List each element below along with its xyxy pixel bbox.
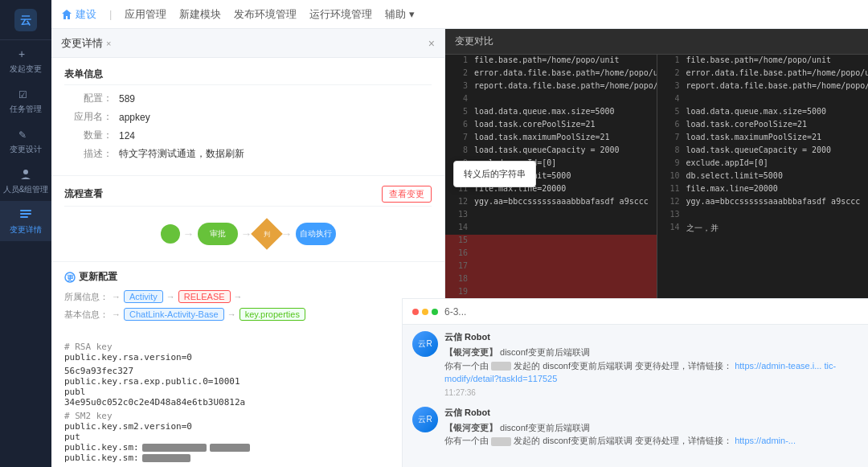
chat-bold-1: 【银河变更】 [444, 347, 497, 357]
key-line-4: publ [64, 387, 432, 397]
close-dot[interactable] [412, 309, 419, 315]
diff-line: 3report.data.file.base.path=/home/popo/u… [657, 80, 869, 93]
tag-chatlink: ChatLink-Activity-Base [124, 308, 224, 321]
diff-line: 19 [445, 286, 657, 299]
flow-arrow: → [183, 227, 194, 240]
line-number: 6 [452, 120, 468, 129]
diff-line: 4 [657, 93, 869, 106]
nav-assist[interactable]: 辅助 ▾ [385, 7, 415, 22]
nav-app-mgmt[interactable]: 应用管理 [125, 7, 166, 22]
line-number: 16 [452, 248, 468, 257]
line-number: 4 [664, 94, 680, 103]
redacted-key-value2 [210, 444, 250, 452]
line-number: 1 [452, 55, 468, 64]
sidebar-item-people[interactable]: 人员&组管理 [0, 161, 51, 201]
minimize-dot[interactable] [422, 309, 428, 315]
chat-content-2: 云信 Robot 【银河变更】 disconf变更前后端联调 你有一个由 发起的… [444, 407, 858, 448]
svg-text:☑: ☑ [18, 89, 27, 100]
form-row-config: 配置： 589 [64, 92, 432, 105]
flow-node-approve: 审批 [198, 223, 238, 245]
chat-time-1: 11:27:36 [444, 388, 858, 397]
diff-line: 8load.task.queueCapacity = 2000 [445, 145, 657, 158]
nav-run-env[interactable]: 运行环境管理 [309, 7, 372, 22]
chat-bold-2: 【银河变更】 [444, 423, 497, 432]
line-content: db.select.limit=5000 [686, 171, 783, 180]
diff-line: 1file.base.path=/home/popo/unit [445, 55, 657, 68]
chat-message-1: 云R 云信 Robot 【银河变更】 disconf变更前后端联调 你有一个由 … [412, 331, 858, 397]
arrow-icon: → [112, 309, 121, 319]
sidebar-label: 发起变更 [10, 63, 42, 75]
line-number: 6 [664, 120, 680, 129]
line-number: 7 [452, 133, 468, 141]
sidebar-item-change-design[interactable]: ✎ 变更设计 [0, 121, 51, 161]
close-button[interactable]: × [428, 37, 435, 50]
chat-avatar-1: 云R [412, 331, 438, 357]
flow-node-execute: 自动执行 [296, 223, 336, 245]
diff-line: 10db.select.limit=5000 [657, 170, 869, 183]
config-row-basic: 基本信息： → ChatLink-Activity-Base → key.pro… [64, 308, 432, 321]
diff-line: 7load.task.maximumPoolSize=21 [657, 132, 869, 145]
maximize-dot[interactable] [432, 309, 438, 315]
line-content: load.data.queue.max.size=5000 [474, 107, 615, 116]
sidebar-item-change-detail[interactable]: 变更详情 [0, 201, 51, 241]
diff-line: 12ygy.aa=bbccssssssaaabbbafasdf a9sccc [657, 196, 869, 209]
chat-avatar-2: 云R [412, 407, 438, 432]
line-content: file.base.path=/home/popo/unit [686, 55, 832, 64]
nav-publish-env[interactable]: 发布环境管理 [234, 7, 297, 22]
flow-section: 流程查看 查看变更 → 审批 → 判 → 自动执行 [51, 176, 444, 261]
diff-line: 14 [445, 222, 657, 235]
key-line-2: 56c9a93fec327 [64, 366, 432, 376]
flow-section-title: 流程查看 查看变更 [64, 186, 432, 207]
svg-text:云: 云 [20, 14, 31, 27]
line-number: 10 [664, 171, 680, 180]
line-content: load.task.maximumPoolSize=21 [474, 133, 610, 141]
diff-line: 16 [445, 248, 657, 260]
chat-messages: 云R 云信 Robot 【银河变更】 disconf变更前后端联调 你有一个由 … [403, 325, 868, 464]
chat-panel: 6-3... 云R 云信 Robot 【银河变更】 disconf变更前后端联调… [402, 298, 868, 467]
line-number: 8 [664, 145, 680, 154]
svg-rect-8 [20, 216, 28, 218]
form-row-count: 数量： 124 [64, 129, 432, 142]
line-content: load.task.queueCapacity = 2000 [474, 145, 620, 154]
top-nav: 建设 | 应用管理 新建模块 发布环境管理 运行环境管理 辅助 ▾ [51, 0, 868, 29]
line-number: 12 [664, 197, 680, 206]
diff-line: 2error.data.file.base.path=/home/popo/un… [657, 68, 869, 80]
diff-header: 变更对比 [445, 29, 868, 55]
avatar-text-2: 云R [418, 414, 432, 425]
sidebar-item-task-mgmt[interactable]: ☑ 任务管理 [0, 80, 51, 121]
line-content: 之一，并 [686, 223, 719, 234]
sidebar-label: 变更设计 [10, 144, 42, 155]
line-number: 7 [664, 133, 680, 141]
update-config-section: 更 更新配置 所属信息： → Activity → RELEASE → 基本信息… [51, 261, 444, 334]
line-content: ygy.aa=bbccssssssaaabbbafasdf a9sccc [474, 197, 649, 206]
line-content: exclude.appId=[0] [686, 158, 768, 167]
svg-text:✎: ✎ [18, 129, 27, 141]
form-label-config: 配置： [64, 92, 113, 105]
line-number: 11 [664, 184, 680, 193]
key-line-9: public.key.sm: [64, 453, 139, 463]
config-label: 所属信息： [64, 291, 108, 303]
nav-home[interactable]: 建设 [61, 7, 96, 22]
form-value-config: 589 [119, 93, 135, 104]
line-number: 14 [452, 223, 468, 231]
arrow-icon: → [166, 292, 175, 301]
check-change-button[interactable]: 查看变更 [382, 186, 432, 203]
chat-title-2: disconf变更前后端联调 [500, 423, 590, 432]
sidebar-item-launch[interactable]: + 发起变更 [0, 40, 51, 80]
form-label-desc: 描述： [64, 147, 113, 161]
form-value-appname: appkey [119, 112, 150, 123]
line-content: ygy.aa=bbccssssssaaabbbafasdf a9sccc [686, 197, 861, 206]
key-line-1: public.key.rsa.version=0 [64, 352, 432, 363]
nav-home-label: 建设 [76, 7, 96, 22]
flow-node-judge: 判 [251, 218, 283, 250]
chat-link-1[interactable]: https://admin-tease.i... [735, 361, 821, 371]
line-content: load.task.corePoolSize=21 [474, 120, 596, 129]
line-number: 3 [452, 81, 468, 90]
diff-line: 5load.data.queue.max.size=5000 [445, 106, 657, 119]
nav-new-module[interactable]: 新建模块 [179, 7, 221, 22]
svg-text:更: 更 [66, 274, 75, 282]
chat-link-2[interactable]: https://admin-... [735, 436, 796, 445]
sidebar-label: 变更详情 [10, 224, 42, 236]
svg-rect-7 [20, 213, 31, 215]
line-content: load.task.corePoolSize=21 [686, 120, 808, 129]
